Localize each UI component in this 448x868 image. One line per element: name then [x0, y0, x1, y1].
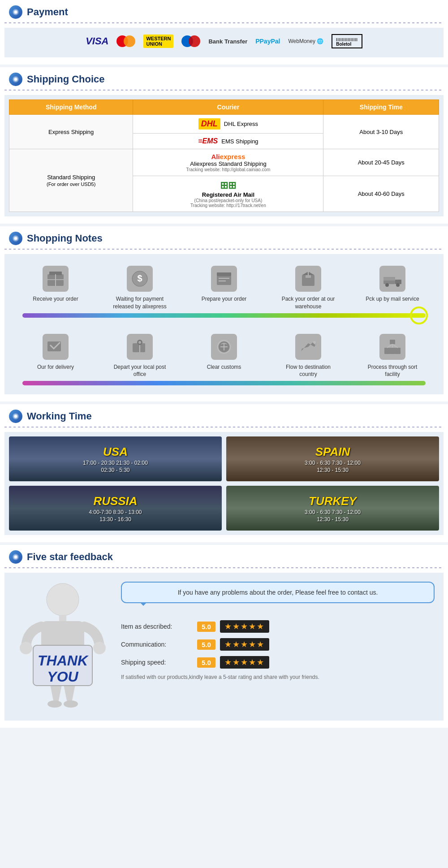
mastercard-logo [116, 35, 135, 47]
dhl-courier-cell: DHL DHL Express [133, 115, 323, 134]
receive-icon [43, 266, 69, 292]
rating-communication-stars: ★★★★★ [220, 638, 269, 651]
notes-section-icon [9, 232, 22, 245]
shipping-col-courier: Courier [133, 100, 323, 115]
flow-icon [295, 334, 321, 360]
step-pickup-label: Pck up by mail service [366, 295, 419, 303]
usa-card: USA 17:00 - 20:30 21:30 - 02:00 02:30 - … [9, 436, 222, 481]
russia-hours-2: 13:30 - 16:30 [89, 516, 142, 523]
russia-hours-1: 4:00-7:30 8:30 - 13:00 [89, 509, 142, 515]
feedback-footer-text: If satisfied with our products,kindly le… [121, 674, 435, 680]
spain-card: SPAIN 3:00 - 6:30 7:30 - 12:00 12:30 - 1… [226, 436, 439, 481]
pack-icon [295, 266, 321, 292]
payment-title: Payment [27, 6, 68, 18]
step-sort: Process through sort facility [363, 334, 422, 379]
airmail-logo: ⊞⊞ [138, 180, 318, 191]
speech-bubble-text: If you have any problems about the order… [178, 589, 378, 596]
spain-hours-1: 3:00 - 6:30 7:30 - 12:00 [305, 460, 361, 466]
standard-time2-cell: About 40-60 Days [323, 176, 439, 212]
process-row-1: Receive your order $ Waiting for payment… [9, 259, 439, 311]
svg-point-26 [396, 283, 400, 287]
step-pickup: Pck up by mail service [363, 266, 422, 303]
svg-point-8 [14, 237, 17, 240]
working-divider [4, 427, 444, 428]
turkey-hours-2: 12:30 - 15:30 [305, 516, 361, 523]
svg-line-42 [392, 344, 398, 348]
russia-card: RUSSIA 4:00-7:30 8:30 - 13:00 13:30 - 16… [9, 486, 222, 531]
step-out-delivery: Our for delivery [26, 334, 85, 371]
shipping-table-area: Shipping Method Courier Shipping Time Ex… [4, 95, 444, 216]
visa-logo: VISA [86, 35, 108, 47]
svg-point-55 [64, 700, 78, 708]
svg-point-54 [47, 700, 62, 708]
feedback-header: Five star feedback [0, 545, 448, 567]
svg-point-53 [93, 642, 106, 654]
step-sort-label: Process through sort facility [363, 363, 422, 379]
svg-point-25 [385, 283, 389, 287]
rating-described-score: 5.0 [197, 622, 215, 632]
standard-time1-cell: About 20-45 Days [323, 149, 439, 176]
standard-method-cell: Standard Shipping(For order over USD5) [9, 149, 133, 212]
usa-hours-2: 02:30 - 5:30 [83, 467, 148, 473]
western-union-logo: WESTERNUNION [143, 35, 173, 48]
svg-rect-16 [217, 272, 231, 276]
dhl-logo: DHL [198, 118, 220, 130]
svg-text:YOU: YOU [47, 669, 78, 685]
rating-described-label: Item as described: [121, 623, 193, 630]
rating-row-described: Item as described: 5.0 ★★★★★ [121, 620, 435, 633]
out-delivery-icon [43, 334, 69, 360]
working-grid: USA 17:00 - 20:30 21:30 - 02:00 02:30 - … [9, 436, 439, 531]
turkey-hours-1: 3:00 - 6:30 7:30 - 12:00 [305, 509, 361, 515]
step-receive-label: Receive your order [33, 295, 78, 303]
paypal-logo: PPayPal [255, 38, 280, 45]
rating-shipping-score: 5.0 [197, 657, 215, 668]
step-prepare-label: Prepare your order [202, 295, 247, 303]
usa-hours-1: 17:00 - 20:30 21:30 - 02:00 [83, 460, 148, 466]
russia-content: RUSSIA 4:00-7:30 8:30 - 13:00 13:30 - 16… [89, 494, 142, 523]
spain-content: SPAIN 3:00 - 6:30 7:30 - 12:00 12:30 - 1… [305, 445, 361, 473]
payment-logos-row: VISA WESTERNUNION Bank Transfer PPa [13, 34, 435, 48]
prepare-icon [211, 266, 237, 292]
process-row-2: Our for delivery Depart your local post … [9, 320, 439, 379]
step-payment: $ Waiting for payment released by alixep… [111, 266, 169, 311]
feedback-ratings-area: If you have any problems about the order… [121, 577, 435, 680]
shipping-col-method: Shipping Method [9, 100, 133, 115]
payment-header: Payment [0, 0, 448, 22]
svg-point-49 [47, 583, 79, 616]
payment-divider [4, 22, 444, 23]
sort-icon [379, 334, 405, 360]
svg-rect-39 [395, 348, 401, 354]
svg-rect-50 [59, 615, 66, 622]
rating-communication-label: Communication: [121, 641, 193, 648]
svg-line-40 [387, 344, 392, 348]
usa-name: USA [83, 445, 148, 459]
rating-described-stars: ★★★★★ [220, 620, 269, 633]
svg-text:THANK: THANK [38, 652, 89, 669]
step-customs-label: Clear customs [207, 363, 241, 371]
pickup-icon [379, 266, 405, 292]
feedback-title: Five star feedback [27, 551, 113, 563]
rating-row-communication: Communication: 5.0 ★★★★★ [121, 638, 435, 651]
svg-text:$: $ [137, 273, 142, 283]
step-depart: Depart your local post office [111, 334, 169, 379]
customs-icon [211, 334, 237, 360]
shipping-header: Shipping Choice [0, 67, 448, 90]
rating-shipping-label: Shipping speed: [121, 659, 193, 666]
spain-hours-2: 12:30 - 15:30 [305, 467, 361, 473]
working-section-icon [9, 410, 22, 423]
shipping-title: Shipping Choice [27, 73, 105, 85]
feedback-content-area: THANK YOU If you have any problems about… [4, 573, 444, 721]
step-out-delivery-label: Our for delivery [37, 363, 74, 371]
express-method-cell: Express Shipping [9, 115, 133, 149]
working-content-area: USA 17:00 - 20:30 21:30 - 02:00 02:30 - … [4, 432, 444, 535]
rating-shipping-stars: ★★★★★ [220, 656, 269, 669]
step-flow: Flow to destination country [279, 334, 337, 379]
table-row: Standard Shipping(For order over USD5) A… [9, 149, 439, 176]
svg-point-45 [14, 415, 17, 418]
russia-name: RUSSIA [89, 494, 142, 508]
payment-wait-icon: $ [127, 266, 153, 292]
notes-divider [4, 249, 444, 250]
ems-courier-cell: ≡EMS EMS Shipping [133, 134, 323, 149]
step-customs: Clear customs [195, 334, 253, 371]
speech-bubble: If you have any problems about the order… [121, 582, 435, 603]
